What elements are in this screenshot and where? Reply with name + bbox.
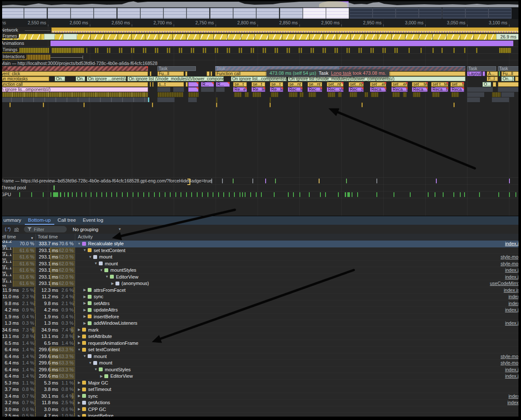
source-link[interactable]: index.	[509, 294, 521, 299]
flame-bar[interactable]	[392, 92, 400, 97]
expand-icon[interactable]: ▶	[76, 341, 82, 345]
flame-bar[interactable]	[188, 92, 198, 97]
source-link[interactable]: index.js	[505, 274, 521, 279]
collapse-icon[interactable]: ▼	[104, 275, 110, 279]
flame-bar[interactable]: un microtasks	[0, 76, 49, 81]
flame-bar[interactable]: Task	[498, 66, 521, 71]
flame-bar[interactable]: se...t	[270, 82, 283, 87]
flame-bar[interactable]	[150, 82, 151, 87]
flame-bar[interactable]	[9, 103, 11, 107]
flame-bar[interactable]: ask	[0, 66, 148, 71]
column-header-self-time[interactable]: elf time ▼	[0, 234, 36, 241]
flame-bar[interactable]: Fu...ll	[501, 71, 520, 76]
flame-bar[interactable]: O...	[483, 82, 491, 87]
flame-bar[interactable]	[148, 97, 149, 102]
expand-icon[interactable]: ▶	[82, 314, 88, 318]
flame-bar[interactable]: Rec...yle	[349, 87, 364, 92]
filmstrip-thumbnail[interactable]	[373, 8, 396, 19]
table-row[interactable]: 291.1 ms61.6 %293.1 ms62.0 %▶(anonymous)…	[0, 280, 521, 287]
expand-icon[interactable]: ▶	[76, 381, 82, 385]
flame-bar[interactable]: Re...le	[270, 87, 283, 92]
flame-bar[interactable]	[216, 97, 217, 102]
source-link[interactable]: style-mod	[500, 354, 521, 359]
expand-icon[interactable]: ▶	[76, 401, 82, 405]
flame-bar[interactable]	[308, 92, 316, 97]
expand-icon[interactable]: ▶	[82, 301, 88, 305]
table-row[interactable]: 4.2 ms0.9 %4.2 ms0.9 %▶updateAttrsindex.…	[0, 307, 521, 314]
flame-bar[interactable]: se...nt	[308, 82, 322, 87]
expand-icon[interactable]: ▶	[98, 374, 104, 378]
table-row[interactable]: 34.6 ms7.3 %34.9 ms7.4 %▶mark	[0, 327, 521, 334]
column-header-total-time[interactable]: Total time	[36, 234, 75, 241]
flame-bar[interactable]: Rec...le	[288, 87, 302, 92]
table-row[interactable]: 6.4 ms1.4 %299.6 ms63.3 %▼mountStylesind…	[0, 367, 521, 373]
flame-bar[interactable]	[83, 103, 85, 107]
flame-bar[interactable]	[0, 97, 148, 102]
table-row[interactable]: 6.4 ms1.4 %299.6 ms63.3 %▼mountstyle-mod	[0, 360, 521, 367]
match-word-icon[interactable]: ab	[14, 227, 19, 232]
table-row[interactable]: 6.4 ms1.4 %299.6 ms63.3 %▶EditorViewinde…	[0, 373, 521, 380]
table-row[interactable]: 1.3 ms0.3 %1.3 ms0.3 %▶addWindowListener…	[0, 320, 521, 327]
flame-bar[interactable]: se...nt	[288, 82, 302, 87]
source-link[interactable]: index.js	[505, 373, 521, 379]
flame-bar[interactable]: On...)	[501, 76, 514, 81]
flame-bar[interactable]: R...	[216, 82, 230, 87]
source-link[interactable]: index.js	[505, 307, 521, 312]
flame-bar[interactable]	[152, 103, 153, 107]
cpu-overview-strip[interactable]	[0, 0, 521, 7]
expand-icon[interactable]: ▶	[110, 282, 115, 285]
filmstrip-thumbnail[interactable]	[94, 8, 117, 19]
tab-ummary[interactable]: ummary	[0, 216, 25, 225]
tab-event-log[interactable]: Event log	[79, 216, 107, 225]
match-case-icon[interactable]: a	[0, 227, 2, 232]
filmstrip-thumbnail[interactable]	[140, 8, 163, 19]
filmstrip-thumbnail[interactable]	[71, 8, 94, 19]
flame-bar[interactable]	[453, 103, 455, 107]
table-row[interactable]: 9.8 ms2.1 %9.8 ms2.1 %▶setAttrsindex.	[0, 300, 521, 307]
source-link[interactable]: index.js	[505, 320, 521, 326]
flame-bar[interactable]: set...nt	[349, 82, 364, 87]
flame-bar[interactable]: Re...le	[252, 87, 265, 92]
track-frames[interactable]: Frames 26.9 ms	[0, 33, 521, 40]
table-row[interactable]: 6.5 ms1.4 %6.5 ms1.4 %▶requestAnimationF…	[0, 340, 521, 347]
flame-bar[interactable]: set ...tent	[450, 82, 464, 87]
flame-bar[interactable]	[299, 92, 304, 97]
tooltip-long-task-link[interactable]: Long task	[331, 70, 352, 76]
track-network[interactable]: Network	[0, 26, 521, 33]
filmstrip-thumbnail[interactable]	[280, 8, 303, 19]
grouping-select[interactable]: No grouping	[73, 227, 98, 232]
flame-bar[interactable]	[403, 92, 406, 97]
flame-bar[interactable]	[498, 82, 519, 87]
flame-bar[interactable]: unction call	[0, 82, 148, 87]
collapse-icon[interactable]: ▼	[82, 354, 88, 358]
source-link[interactable]: index.js	[505, 241, 521, 246]
filmstrip-thumbnail[interactable]	[256, 8, 279, 19]
flame-bar[interactable]	[361, 103, 363, 107]
flame-bar[interactable]	[371, 92, 379, 97]
filmstrip-thumbnail[interactable]	[465, 8, 488, 19]
collapse-icon[interactable]: ▼	[76, 348, 82, 352]
flame-bar[interactable]	[483, 71, 485, 76]
flame-bar[interactable]	[493, 82, 496, 87]
expand-icon[interactable]: ▶	[82, 321, 88, 325]
flame-bar[interactable]	[210, 71, 212, 76]
flame-bar[interactable]	[188, 82, 198, 87]
flame-bar[interactable]: On...)	[76, 76, 85, 81]
flame-bar[interactable]: se...t	[252, 82, 265, 87]
source-link[interactable]: index.j	[507, 400, 521, 405]
filmstrip-thumbnail[interactable]	[186, 8, 210, 19]
flame-bar[interactable]	[216, 103, 217, 107]
frame-segment[interactable]	[44, 34, 55, 40]
track-timings[interactable]: Timings	[0, 47, 521, 54]
table-row[interactable]: 11.9 ms2.5 %12.3 ms2.6 %▶attrsFromFaceti…	[0, 287, 521, 294]
filmstrip-thumbnail[interactable]	[233, 8, 256, 19]
filmstrip-thumbnail[interactable]	[419, 8, 442, 19]
flame-bar[interactable]: set ...ent	[391, 82, 408, 87]
flame-bar[interactable]: Reca...tyle	[431, 87, 448, 92]
table-row[interactable]: 3.4 ms0.7 %30.1 ms6.4 %▶syncindex.	[0, 393, 521, 400]
screenshot-filmstrip[interactable]	[0, 7, 521, 19]
collapse-icon[interactable]: ▼	[82, 248, 88, 252]
expand-icon[interactable]: ▶	[76, 407, 82, 411]
flame-bar[interactable]	[467, 97, 480, 102]
flame-bar[interactable]	[269, 103, 271, 107]
